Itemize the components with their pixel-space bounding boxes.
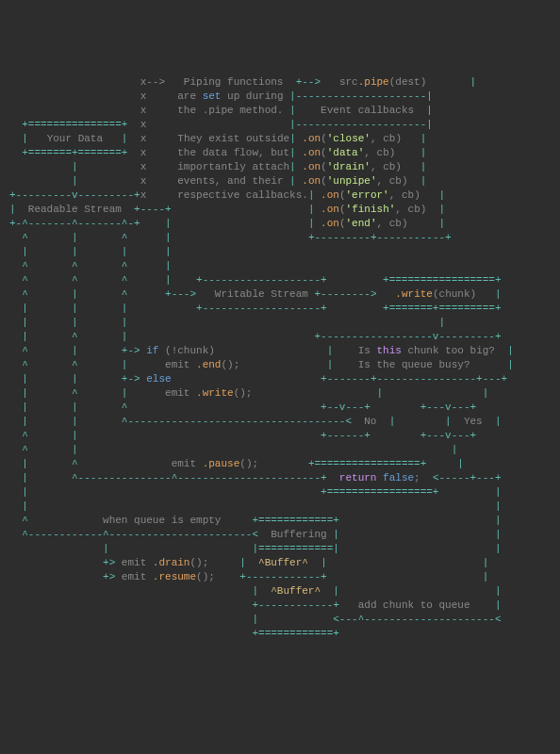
src-pipe-call: src.pipe(dest) (339, 76, 426, 88)
piping-l5: the data flow, but (177, 147, 289, 158)
emit-resume: emit .resume(); (122, 571, 215, 582)
when-queue-empty: when queue is empty (103, 515, 221, 526)
on-error: .on('error', cb) (321, 189, 420, 201)
write-call: .write(chunk) (395, 288, 476, 300)
readable-stream-box: Readable Stream (28, 204, 122, 215)
emit-write: emit .write(); (165, 387, 252, 399)
on-close: .on('close', cb) (302, 133, 402, 144)
piping-l7: events, and their (177, 175, 283, 187)
piping-l4: They exist outside (177, 133, 289, 144)
piping-l8: respective callbacks. (177, 189, 308, 201)
on-end: .on('end', cb) (321, 218, 407, 229)
kw-else: else (146, 373, 171, 385)
buffer-slot-1: ^Buffer^ (258, 557, 308, 568)
emit-drain: emit .drain(); (122, 557, 208, 568)
on-finish: .on('finish', cb) (321, 204, 426, 215)
buffering-box: Buffering (271, 529, 326, 540)
on-data: .on('data', cb) (302, 147, 395, 158)
event-callbacks-header: Event callbacks (321, 105, 414, 116)
yes-box: Yes (464, 416, 483, 427)
piping-l1: Piping functions (184, 76, 284, 88)
ascii-diagram: x--> Piping functions +--> src.pipe(dest… (9, 75, 551, 641)
your-data-box: Your Data (47, 133, 103, 144)
emit-pause: emit .pause(); (172, 458, 258, 469)
on-drain: .on('drain', cb) (302, 161, 402, 172)
q-queue-busy: Is the queue busy? (358, 359, 470, 370)
emit-end: emit .end(); (165, 359, 239, 370)
piping-l6: importantly attach (177, 161, 289, 172)
add-chunk-queue: add chunk to queue (358, 599, 470, 611)
return-false: return false; (339, 472, 420, 484)
piping-l3: the .pipe method. (177, 105, 283, 116)
no-box: No (364, 416, 376, 427)
on-unpipe: .on('unpipe', cb) (302, 175, 407, 187)
q-chunk-big: Is this chunk too big? (358, 345, 495, 356)
buffer-slot-2: ^Buffer^ (271, 585, 321, 597)
writable-stream-box: Writable Stream (215, 288, 308, 300)
piping-l2: are set up during (177, 90, 283, 102)
kw-if: if (146, 345, 158, 356)
